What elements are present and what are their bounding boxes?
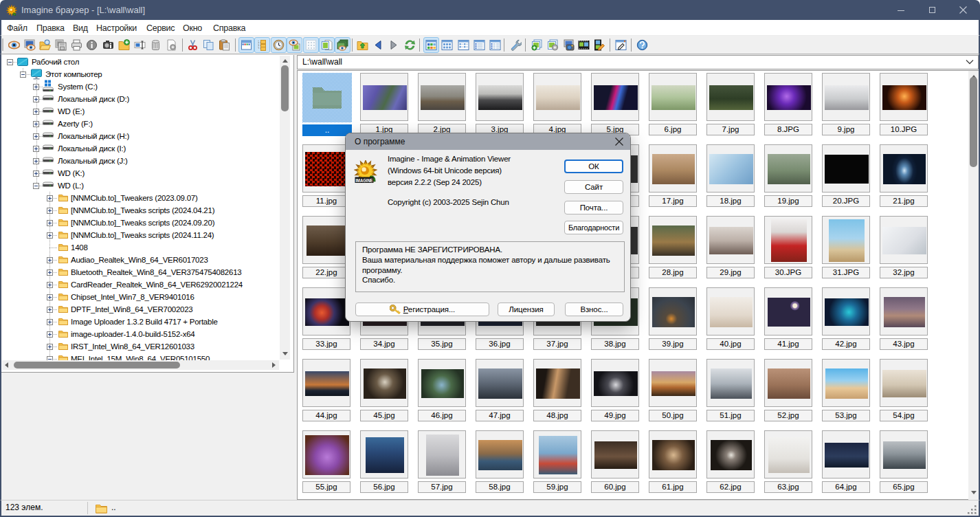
svg-text:IMAGINE: IMAGINE: [356, 177, 373, 184]
